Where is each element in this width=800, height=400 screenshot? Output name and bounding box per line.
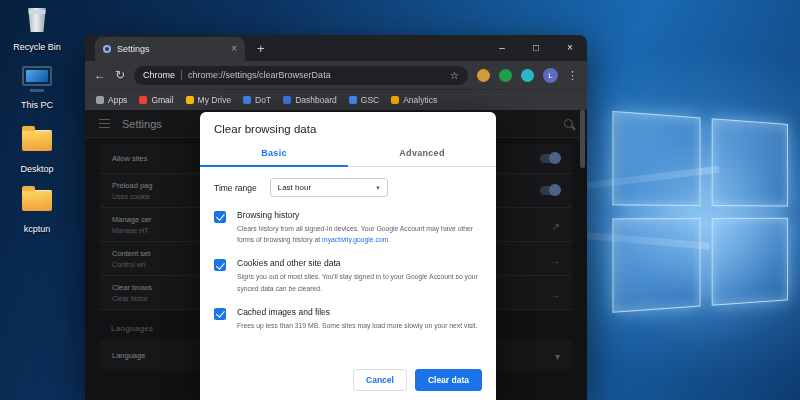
bookmark-label: Gmail — [151, 95, 173, 105]
settings-gear-favicon-icon — [103, 45, 111, 53]
dialog-tabs: Basic Advanced — [200, 144, 496, 167]
myactivity-link[interactable]: myactivity.google.com. — [322, 236, 390, 243]
option-description: Clears history from all signed-in device… — [237, 223, 482, 245]
desktop-icon-label: kcptun — [4, 224, 70, 234]
bookmark-star-icon[interactable]: ☆ — [450, 70, 459, 81]
menu-kebab-icon[interactable]: ⋮ — [567, 69, 578, 82]
bookmark-item[interactable]: Analytics — [391, 95, 437, 105]
cancel-button[interactable]: Cancel — [353, 369, 407, 391]
profile-avatar[interactable]: L — [543, 68, 558, 83]
bookmark-label: DoT — [255, 95, 271, 105]
time-range-label: Time range — [214, 183, 257, 193]
windows-logo — [612, 111, 791, 317]
clear-data-option: Browsing history Clears history from all… — [214, 210, 482, 245]
desktop-icon-label: Recycle Bin — [4, 42, 70, 52]
bookmark-favicon — [96, 96, 104, 104]
bookmark-item[interactable]: GSC — [349, 95, 379, 105]
desktop-icon-label: This PC — [4, 100, 70, 110]
clear-data-option: Cached images and files Frees up less th… — [214, 307, 482, 331]
bookmark-item[interactable]: My Drive — [186, 95, 232, 105]
back-button[interactable]: ← — [94, 69, 106, 81]
url-separator — [181, 70, 182, 80]
bookmark-favicon — [391, 96, 399, 104]
extension-icon[interactable] — [521, 69, 534, 82]
url-scheme-label: Chrome — [143, 70, 175, 80]
tab-basic[interactable]: Basic — [200, 144, 348, 167]
option-title: Cookies and other site data — [237, 258, 482, 268]
desktop-icon-recycle-bin[interactable]: Recycle Bin — [4, 4, 70, 52]
windows-logo-pane — [712, 218, 788, 306]
desktop-icon-this-pc[interactable]: This PC — [4, 62, 70, 110]
time-range-row: Time range Last hour ▾ — [214, 178, 482, 197]
bookmark-favicon — [349, 96, 357, 104]
clear-data-option: Cookies and other site data Signs you ou… — [214, 258, 482, 293]
bookmark-label: Dashboard — [295, 95, 337, 105]
clear-data-button[interactable]: Clear data — [415, 369, 482, 391]
recycle-bin-icon — [27, 8, 47, 32]
desktop-icon-label: Desktop — [4, 164, 70, 174]
bookmark-item[interactable]: Dashboard — [283, 95, 337, 105]
address-bar[interactable]: Chrome chrome://settings/clearBrowserDat… — [134, 66, 468, 85]
bookmark-item[interactable]: Gmail — [139, 95, 173, 105]
option-text: Cached images and files Frees up less th… — [237, 307, 478, 331]
maximize-button[interactable]: □ — [519, 35, 553, 59]
tab-strip: Settings × + – □ × — [85, 35, 587, 61]
bookmark-favicon — [283, 96, 291, 104]
dialog-body: Time range Last hour ▾ Browsing history … — [200, 167, 496, 369]
time-range-value: Last hour — [278, 183, 311, 192]
option-checkbox[interactable] — [214, 259, 226, 271]
bookmark-favicon — [186, 96, 194, 104]
extension-icon[interactable] — [499, 69, 512, 82]
option-title: Cached images and files — [237, 307, 478, 317]
windows-logo-pane — [612, 218, 700, 313]
desktop-icon-kcptun[interactable]: kcptun — [4, 182, 70, 234]
reload-button[interactable]: ↻ — [115, 69, 125, 81]
close-button[interactable]: × — [553, 35, 587, 59]
url-text: chrome://settings/clearBrowserData — [188, 70, 444, 80]
clear-browsing-data-dialog: Clear browsing data Basic Advanced Time … — [200, 112, 496, 400]
dialog-title: Clear browsing data — [200, 112, 496, 144]
option-checkbox[interactable] — [214, 211, 226, 223]
option-title: Browsing history — [237, 210, 482, 220]
bookmark-label: GSC — [361, 95, 379, 105]
windows-logo-pane — [612, 111, 700, 206]
option-description: Frees up less than 319 MB. Some sites ma… — [237, 320, 478, 331]
bookmarks-bar: Apps Gmail My Drive DoT Dashboard — [85, 89, 587, 110]
browser-tab-settings[interactable]: Settings × — [95, 37, 245, 61]
desktop-icon-desktop-folder[interactable]: Desktop — [4, 122, 70, 174]
folder-icon — [22, 130, 52, 151]
tab-advanced[interactable]: Advanced — [348, 144, 496, 166]
dialog-footer: Cancel Clear data — [200, 369, 496, 400]
bookmark-label: Analytics — [403, 95, 437, 105]
bookmark-favicon — [243, 96, 251, 104]
bookmark-item[interactable]: Apps — [96, 95, 127, 105]
option-checkbox[interactable] — [214, 308, 226, 320]
window-controls: – □ × — [485, 35, 587, 59]
new-tab-button[interactable]: + — [257, 41, 265, 56]
option-text: Cookies and other site data Signs you ou… — [237, 258, 482, 293]
minimize-button[interactable]: – — [485, 35, 519, 59]
bookmark-label: Apps — [108, 95, 127, 105]
tab-close-icon[interactable]: × — [231, 44, 237, 54]
bookmark-favicon — [139, 96, 147, 104]
bookmark-item[interactable]: DoT — [243, 95, 271, 105]
option-text: Browsing history Clears history from all… — [237, 210, 482, 245]
option-description: Signs you out of most sites. You'll stay… — [237, 271, 482, 293]
tab-title: Settings — [117, 44, 225, 54]
browser-window: Settings × + – □ × ← ↻ Chrome chrome://s… — [85, 35, 587, 400]
computer-icon — [22, 66, 52, 86]
time-range-select[interactable]: Last hour ▾ — [270, 178, 388, 197]
bookmark-label: My Drive — [198, 95, 232, 105]
windows-logo-pane — [712, 118, 788, 206]
folder-icon — [22, 190, 52, 211]
extension-icon[interactable] — [477, 69, 490, 82]
browser-toolbar: ← ↻ Chrome chrome://settings/clearBrowse… — [85, 61, 587, 89]
dropdown-caret-icon: ▾ — [376, 184, 380, 191]
